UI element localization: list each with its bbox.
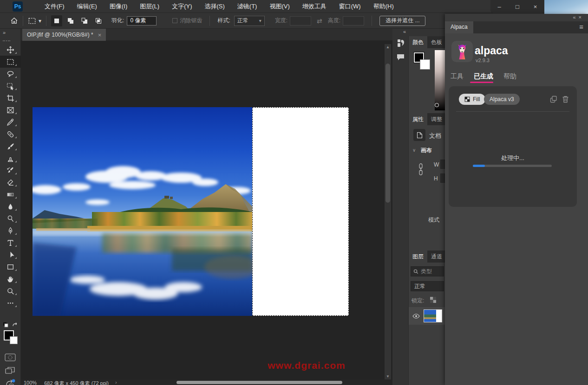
document-tab[interactable]: OIP.jfif @ 100%(RGB/8#) * × <box>22 29 106 41</box>
dodge-tool[interactable] <box>0 212 21 225</box>
document-type-button[interactable] <box>413 129 425 141</box>
history-brush-tool[interactable] <box>0 164 21 176</box>
alpaca-close-icon[interactable]: × <box>579 14 584 20</box>
document-close-icon[interactable]: × <box>98 32 102 38</box>
swap-colors-icon[interactable] <box>12 322 19 328</box>
brush-tool[interactable] <box>0 140 21 152</box>
tab-color[interactable]: 颜色 <box>409 36 427 48</box>
lock-transparency-icon[interactable] <box>430 297 436 303</box>
tab-properties[interactable]: 属性 <box>409 113 427 125</box>
home-icon[interactable] <box>10 17 18 25</box>
menu-window[interactable]: 窗口(W) <box>339 2 361 11</box>
layer-row[interactable] <box>409 307 445 325</box>
tab-layers[interactable]: 图层 <box>409 250 427 263</box>
menu-layer[interactable]: 图层(L) <box>140 2 159 11</box>
intersect-selection-button[interactable] <box>93 15 104 26</box>
color-picker-ramp[interactable] <box>435 50 445 110</box>
height-input[interactable] <box>343 16 364 26</box>
libraries-panel-icon[interactable] <box>392 36 409 50</box>
canvas-photo[interactable] <box>33 107 252 316</box>
quick-mask-icon[interactable] <box>5 353 16 361</box>
pen-tool[interactable] <box>0 225 21 237</box>
type-tool[interactable] <box>0 237 21 249</box>
screen-mode-icon[interactable] <box>5 366 15 375</box>
spot-healing-brush-tool[interactable] <box>0 128 21 140</box>
menu-file[interactable]: 文件(F) <box>45 2 65 11</box>
menu-select[interactable]: 选择(S) <box>204 2 224 11</box>
object-selection-tool[interactable] <box>0 80 21 92</box>
trash-icon[interactable] <box>562 96 569 103</box>
alpaca-nav-generated[interactable]: 已生成 <box>474 72 493 81</box>
tool-preset-icon[interactable]: ▾ <box>28 17 41 25</box>
menu-image[interactable]: 图像(I) <box>110 2 127 11</box>
default-colors-icon[interactable] <box>3 322 9 328</box>
subtract-from-selection-button[interactable] <box>79 15 90 26</box>
share-feedback-icon[interactable] <box>5 379 16 385</box>
width-input[interactable] <box>290 16 311 26</box>
alpaca-panel-tab[interactable]: Alpaca <box>445 21 473 33</box>
layer-filter-search[interactable]: 类型 <box>411 266 444 276</box>
dock-collapse-icon[interactable]: « <box>392 29 445 36</box>
alpaca-nav-help[interactable]: 帮助 <box>503 72 516 81</box>
menu-filter[interactable]: 滤镜(T) <box>237 2 257 11</box>
layer-thumbnail[interactable] <box>424 309 442 322</box>
comments-panel-icon[interactable] <box>392 50 409 64</box>
alpaca-collapse-icon[interactable]: « <box>573 14 578 20</box>
tab-adjustments[interactable]: 调整 <box>427 113 446 125</box>
horizontal-scrollbar-thumb[interactable] <box>176 381 342 384</box>
background-color-swatch[interactable] <box>10 336 18 344</box>
menu-edit[interactable]: 编辑(E) <box>77 2 97 11</box>
style-select[interactable]: 正常 ▾ <box>234 16 265 26</box>
clone-stamp-tool[interactable] <box>0 152 21 164</box>
swap-dimensions-icon[interactable]: ⇄ <box>317 17 322 25</box>
select-and-mask-button[interactable]: 选择并遮住 ... <box>379 16 425 26</box>
hand-tool[interactable] <box>0 273 21 285</box>
menu-help[interactable]: 帮助(H) <box>373 2 394 11</box>
lasso-tool[interactable] <box>0 68 21 80</box>
canvas-height-input[interactable] <box>440 173 445 183</box>
model-badge-pill[interactable]: Alpaca v3 <box>484 94 520 105</box>
new-selection-button[interactable] <box>51 15 62 26</box>
frame-tool[interactable] <box>0 104 21 116</box>
tab-swatches[interactable]: 色板 <box>427 36 446 48</box>
vertical-scrollbar[interactable]: ▲ ▼ <box>385 44 391 379</box>
zoom-tool[interactable] <box>0 285 21 297</box>
maximize-button[interactable]: □ <box>516 3 519 10</box>
selection-region[interactable] <box>252 107 349 316</box>
menu-plugins[interactable]: 增效工具 <box>302 2 327 11</box>
vertical-scrollbar-thumb[interactable] <box>385 64 390 203</box>
blend-mode-select[interactable]: 正常 <box>411 281 444 291</box>
rectangle-tool[interactable] <box>0 261 21 273</box>
antialias-checkbox[interactable]: 消除锯齿 <box>172 17 202 25</box>
tab-channels[interactable]: 通道 <box>427 250 446 263</box>
alpaca-nav-tools[interactable]: 工具 <box>451 72 464 81</box>
duplicate-icon[interactable] <box>550 96 557 103</box>
path-selection-tool[interactable] <box>0 249 21 261</box>
rectangular-marquee-tool[interactable] <box>0 56 21 68</box>
toolbar-collapse-icon[interactable]: » <box>0 29 20 40</box>
crop-tool[interactable] <box>0 92 21 104</box>
menu-view[interactable]: 视图(V) <box>269 2 289 11</box>
layer-visibility-eye-icon[interactable] <box>412 314 420 319</box>
color-picker-cursor[interactable] <box>435 103 439 107</box>
move-tool[interactable] <box>0 44 21 56</box>
zoom-level[interactable]: 100% <box>24 380 37 385</box>
menu-type[interactable]: 文字(Y) <box>172 2 192 11</box>
blur-tool[interactable] <box>0 200 21 212</box>
alpaca-menu-icon[interactable]: ≡ <box>579 23 583 31</box>
fill-mode-pill[interactable]: Fill <box>459 94 485 105</box>
color-background-swatch[interactable] <box>420 59 430 70</box>
status-options-chevron-icon[interactable]: › <box>115 379 117 385</box>
scroll-up-icon[interactable]: ▲ <box>385 45 391 49</box>
gradient-tool[interactable] <box>0 188 21 200</box>
edit-toolbar-button[interactable] <box>0 297 21 309</box>
feather-input[interactable]: 0 像素 <box>127 16 157 26</box>
close-button[interactable]: × <box>534 3 537 10</box>
scroll-down-icon[interactable]: ▼ <box>385 374 391 379</box>
toolbar-grip[interactable] <box>3 40 10 42</box>
canvas-width-input[interactable] <box>440 160 445 169</box>
add-to-selection-button[interactable] <box>65 15 76 26</box>
link-dimensions-icon[interactable] <box>418 163 424 175</box>
eraser-tool[interactable] <box>0 176 21 188</box>
eyedropper-tool[interactable] <box>0 116 21 128</box>
